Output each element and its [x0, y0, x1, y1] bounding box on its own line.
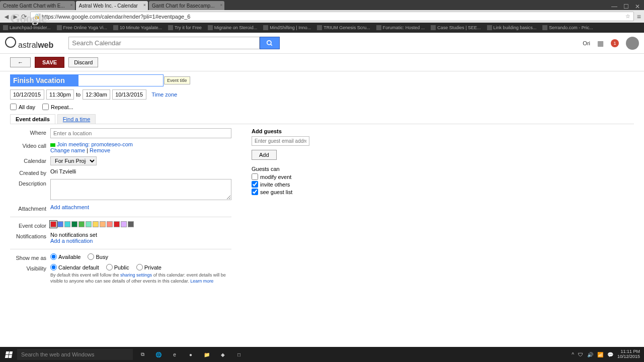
time-from-input[interactable]: [46, 89, 74, 100]
browser-tab-active[interactable]: Astral Web Inc. - Calendar×: [76, 1, 148, 10]
taskbar-app-icon[interactable]: e: [167, 348, 182, 360]
where-input[interactable]: [50, 128, 231, 138]
bookmark-item[interactable]: Link building basics...: [487, 25, 537, 30]
invite-others-checkbox[interactable]: invite others: [252, 181, 372, 188]
date-to-input[interactable]: [112, 89, 146, 100]
bookmark-item[interactable]: Free Online Yoga Vi...: [57, 25, 107, 30]
join-meeting-link[interactable]: Join meeting: promoteseo-com: [57, 141, 133, 147]
vis-default-radio[interactable]: Calendar default: [50, 264, 99, 270]
add-guest-button[interactable]: Add: [252, 150, 277, 160]
color-swatch[interactable]: [57, 221, 63, 227]
bookmark-item[interactable]: TRIUM Genesis Scru...: [317, 25, 370, 30]
bookmark-item[interactable]: MindShifting | Inno...: [263, 25, 311, 30]
add-guests-header: Add guests: [252, 128, 372, 134]
avatar[interactable]: [626, 37, 639, 50]
color-swatch[interactable]: [114, 221, 120, 227]
tab-find-time[interactable]: Find a time: [57, 114, 96, 124]
vis-public-radio[interactable]: Public: [106, 264, 129, 270]
busy-radio[interactable]: Busy: [88, 253, 108, 260]
add-notification-link[interactable]: Add a notification: [50, 238, 93, 244]
timezone-link[interactable]: Time zone: [151, 92, 177, 98]
maximize-icon[interactable]: ☐: [623, 3, 629, 10]
sharing-settings-link[interactable]: sharing settings: [120, 273, 152, 278]
color-swatch[interactable]: [71, 221, 77, 227]
taskbar-app-icon[interactable]: □: [231, 348, 247, 360]
showme-label: Show me as: [10, 253, 50, 261]
add-attachment-link[interactable]: Add attachment: [50, 204, 89, 210]
tray-icon[interactable]: 🔊: [587, 352, 593, 357]
color-swatch[interactable]: [64, 221, 70, 227]
taskbar-app-icon[interactable]: ●: [183, 348, 198, 360]
taskbar-clock[interactable]: 11:11 PM 10/12/2015: [617, 349, 640, 359]
change-name-link[interactable]: Change name: [50, 147, 85, 153]
color-swatch[interactable]: [107, 221, 113, 227]
bookmark-item[interactable]: Serrando.com - Pric...: [542, 25, 593, 30]
repeat-checkbox[interactable]: Repeat...: [42, 104, 73, 110]
user-label: Ori: [583, 40, 590, 46]
save-button[interactable]: SAVE: [35, 57, 64, 68]
taskbar-search[interactable]: Search the web and Windows: [17, 349, 133, 360]
vis-private-radio[interactable]: Private: [136, 264, 162, 270]
apps-grid-icon[interactable]: ▦: [597, 39, 604, 47]
calendar-select[interactable]: For Fun Project: [50, 156, 97, 165]
close-icon[interactable]: ×: [70, 3, 73, 8]
search-input[interactable]: [68, 37, 260, 49]
tray-chevron-icon[interactable]: ^: [572, 352, 574, 357]
allday-checkbox[interactable]: All day: [10, 104, 35, 110]
bookmark-star-icon[interactable]: ☆: [625, 13, 630, 20]
tray-icon[interactable]: 🛡: [578, 352, 583, 357]
nav-forward-icon[interactable]: ►: [12, 13, 19, 21]
bookmark-item[interactable]: 10 Minute Yogalate...: [113, 25, 162, 30]
nav-back-icon[interactable]: ◄: [3, 13, 10, 21]
tray-icon[interactable]: 📶: [597, 352, 603, 357]
close-window-icon[interactable]: ✕: [635, 3, 640, 10]
learn-more-link[interactable]: Learn more: [190, 279, 213, 284]
hamburger-icon[interactable]: ≡: [637, 13, 641, 21]
color-swatch[interactable]: [78, 221, 85, 227]
close-icon[interactable]: ×: [143, 3, 146, 8]
logo[interactable]: astralweb: [5, 37, 53, 50]
start-button[interactable]: [0, 351, 17, 358]
color-swatch[interactable]: [121, 221, 127, 227]
title-tooltip: Event title: [164, 76, 190, 84]
svg-line-1: [271, 44, 272, 45]
time-to-input[interactable]: [83, 89, 110, 100]
reload-icon[interactable]: ⟳: [21, 13, 27, 21]
browser-tab[interactable]: Gantt Chart for Basecamp...×: [149, 1, 225, 10]
search-button[interactable]: [260, 37, 280, 49]
url-bar[interactable]: 🔒 https://www.google.com/calendar/render…: [30, 12, 634, 21]
tab-event-details[interactable]: Event details: [10, 114, 55, 124]
task-view-icon[interactable]: ⧉: [135, 348, 150, 360]
taskbar-app-icon[interactable]: 🌐: [151, 348, 166, 360]
minimize-icon[interactable]: —: [611, 3, 617, 10]
color-swatch[interactable]: [50, 221, 56, 227]
remove-video-link[interactable]: Remove: [90, 147, 110, 153]
modify-event-checkbox[interactable]: modify event: [252, 173, 372, 180]
available-radio[interactable]: Available: [50, 253, 80, 260]
see-guestlist-checkbox[interactable]: see guest list: [252, 189, 372, 195]
visibility-note: By default this event will follow the sh…: [50, 273, 231, 284]
event-title-input[interactable]: [10, 74, 164, 86]
close-icon[interactable]: ×: [220, 3, 222, 8]
bookmark-item[interactable]: Launchpad-Insider...: [3, 25, 51, 30]
discard-button[interactable]: Discard: [68, 57, 98, 67]
guest-email-input[interactable]: [252, 136, 309, 146]
taskbar-app-icon[interactable]: ◆: [215, 348, 230, 360]
browser-tab[interactable]: Create Gantt Chart with E...×: [0, 1, 75, 10]
bookmark-item[interactable]: Case Studies | SEE...: [431, 25, 480, 30]
date-from-input[interactable]: [10, 89, 44, 100]
color-swatch[interactable]: [93, 221, 99, 227]
bookmark-item[interactable]: Try it for Free: [168, 25, 202, 30]
bookmark-item[interactable]: Forumatic: Hosted ...: [376, 25, 425, 30]
color-label: Event color: [10, 221, 50, 229]
back-button[interactable]: ←: [10, 57, 31, 67]
notifications-label: Notifications: [10, 232, 50, 239]
notification-badge[interactable]: 1: [611, 39, 619, 47]
color-swatch[interactable]: [86, 221, 92, 227]
taskbar-app-icon[interactable]: 📁: [199, 348, 214, 360]
color-swatch[interactable]: [100, 221, 106, 227]
color-swatch[interactable]: [128, 221, 134, 227]
bookmark-item[interactable]: Migraine on Steroid...: [208, 25, 258, 30]
description-textarea[interactable]: [50, 179, 231, 200]
tray-icon[interactable]: 💬: [607, 352, 613, 357]
